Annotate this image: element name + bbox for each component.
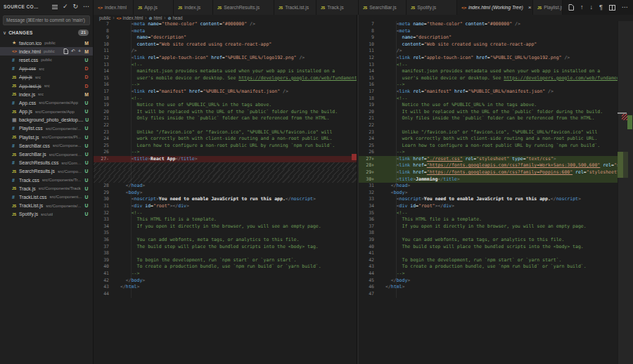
tab-searchresults-js[interactable]: JSSearchResults.js: [213, 0, 274, 15]
open-file-icon[interactable]: [568, 4, 574, 11]
code-line[interactable]: 13 <!--: [359, 62, 618, 69]
scm-file-row[interactable]: JSApp.jssrc/Components/AppU: [0, 108, 93, 116]
code-line[interactable]: 47: [359, 291, 618, 298]
code-line[interactable]: 39 To begin the development, run `npm st…: [94, 257, 357, 264]
code-line[interactable]: 10 content="Web site created using creat…: [359, 41, 618, 48]
code-line[interactable]: 7 <meta name="theme-color" content="#000…: [359, 21, 618, 28]
code-line[interactable]: 21 Only files inside the `public` folder…: [94, 115, 357, 122]
code-line[interactable]: 12 <link rel="apple-touch-icon" href="%P…: [94, 55, 357, 62]
tab-index-html-working-tree-[interactable]: <>index.html (Working Tree)×: [457, 0, 533, 15]
code-line[interactable]: 18 <!--: [94, 96, 357, 103]
code-line[interactable]: 29 <body>: [94, 190, 357, 197]
tab-tracklist-js[interactable]: JSTrackList.js: [274, 0, 316, 15]
code-line[interactable]: 26 -->: [94, 149, 357, 156]
scm-file-row[interactable]: #App.csssrc/Components/AppU: [0, 98, 93, 107]
code-line[interactable]: 18 <!--: [359, 96, 618, 103]
breadcrumb-item-head[interactable]: ⊘head: [167, 15, 182, 20]
code-line[interactable]: 34 <div id="root"></div>: [359, 203, 618, 210]
code-line[interactable]: 33 <noscript>You need to enable JavaScri…: [359, 196, 618, 203]
code-line[interactable]: 11 />: [94, 48, 357, 55]
code-line[interactable]: 11 />: [359, 48, 618, 55]
code-line[interactable]: 40 To create a production bundle, use `n…: [94, 264, 357, 271]
code-line[interactable]: 41 -->: [94, 271, 357, 278]
previous-change-icon[interactable]: ↑: [580, 4, 584, 11]
code-line[interactable]: 27+ <link href="./reset.css" rel="styles…: [359, 156, 618, 163]
code-line[interactable]: 43 To create a production bundle, use `n…: [359, 264, 618, 271]
tab-track-js[interactable]: JSTrack.js: [316, 0, 359, 15]
breadcrumb-item-index-html[interactable]: <>index.html: [117, 15, 143, 20]
code-line[interactable]: 8 <meta: [94, 28, 357, 35]
code-line[interactable]: 38: [94, 250, 357, 257]
more-actions-icon[interactable]: ⋯: [83, 4, 89, 10]
code-line[interactable]: 25 Learn how to configure a non-root pub…: [94, 143, 357, 150]
code-line[interactable]: 23 Unlike "/favicon.ico" or "favicon.ico…: [359, 129, 618, 136]
code-line[interactable]: 24 work correctly both with client-side …: [94, 136, 357, 143]
code-line[interactable]: 17 <link rel="manifest" href="%PUBLIC_UR…: [359, 89, 618, 96]
code-line[interactable]: 29+ <link href="https://fonts.googleapis…: [359, 169, 618, 176]
code-line[interactable]: 37 The build step will place the bundled…: [94, 244, 357, 251]
scm-file-row[interactable]: #TrackList.csssrc/Component...U: [0, 193, 93, 201]
commit-icon[interactable]: ✓: [63, 4, 68, 10]
code-line[interactable]: 12 <link rel="apple-touch-icon" href="%P…: [359, 55, 618, 62]
code-line[interactable]: 35 <!--: [359, 210, 618, 217]
scm-file-row[interactable]: JSSpotify.jssrc/utilU: [0, 210, 93, 219]
tab-searchbar-js[interactable]: JSSearchBar.js: [359, 0, 407, 15]
scm-file-row[interactable]: JSPlaylist.jssrc/Components/Pl...U: [0, 133, 93, 141]
code-line[interactable]: 41: [359, 250, 618, 257]
code-line[interactable]: 15 user's mobile device or desktop. See …: [94, 75, 357, 82]
code-line[interactable]: 24 work correctly both with client-side …: [359, 136, 618, 143]
scm-file-row[interactable]: ★favicon.icopublicM: [0, 39, 93, 47]
code-line[interactable]: 31 </head>: [359, 183, 618, 190]
breadcrumb-item-html[interactable]: ⊘html: [148, 15, 162, 20]
close-icon[interactable]: ×: [528, 4, 532, 11]
code-line[interactable]: 9 name="description": [359, 34, 618, 41]
code-line[interactable]: 25 Learn how to configure a non-root pub…: [359, 143, 618, 150]
code-line[interactable]: 22: [359, 122, 618, 129]
code-line[interactable]: 42 </body>: [94, 278, 357, 285]
scm-file-row[interactable]: JSindex.jssrcM: [0, 90, 93, 98]
scm-file-row[interactable]: #SearchResults.csssrc/Comp...U: [0, 159, 93, 167]
code-line[interactable]: 30+ <title>Jammming</title>: [359, 176, 618, 183]
stage-changes-icon[interactable]: +: [78, 48, 81, 55]
code-line[interactable]: 16 -->: [94, 82, 357, 89]
code-line[interactable]: 26 -->: [359, 149, 618, 156]
split-editor-icon[interactable]: [609, 5, 615, 11]
code-line[interactable]: 16 -->: [359, 82, 618, 89]
code-line[interactable]: 20 It will be replaced with the URL of t…: [359, 109, 618, 116]
code-line[interactable]: 46</html>: [359, 284, 618, 291]
code-line[interactable]: 27- <title>React App</title>: [94, 156, 357, 163]
code-line[interactable]: 39 You can add webfonts, meta tags, or a…: [359, 237, 618, 244]
code-line[interactable]: 34 If you open it directly in the browse…: [94, 223, 357, 230]
scm-file-row[interactable]: #App.csssrcD: [0, 65, 93, 73]
code-line[interactable]: 23 Unlike "/favicon.ico" or "favicon.ico…: [94, 129, 357, 136]
scm-file-row[interactable]: JSTrack.jssrc/Components/TrackU: [0, 184, 93, 193]
breadcrumb-item-public[interactable]: public: [99, 15, 110, 20]
scm-file-row[interactable]: JSTrackList.jssrc/Components/...U: [0, 202, 93, 210]
tab-playlist-js[interactable]: JSPlaylist.js: [533, 0, 563, 15]
code-line[interactable]: 45 </body>: [359, 278, 618, 285]
code-line[interactable]: 19 Notice the use of %PUBLIC_URL% in the…: [359, 102, 618, 109]
scm-file-row[interactable]: JSSearchBar.jssrc/Components...U: [0, 150, 93, 158]
code-line[interactable]: 36 This HTML file is a template.: [359, 216, 618, 223]
scm-file-row[interactable]: JSApp.jssrcD: [0, 73, 93, 82]
code-line[interactable]: 19 Notice the use of %PUBLIC_URL% in the…: [94, 102, 357, 109]
code-line[interactable]: 10 content="Web site created using creat…: [94, 41, 357, 48]
scm-file-row[interactable]: #SearchBar.csssrc/Compone...U: [0, 141, 93, 150]
code-line[interactable]: 43</html>: [94, 284, 357, 291]
code-line[interactable]: 44: [94, 291, 357, 298]
code-line[interactable]: 31 <div id="root"></div>: [94, 203, 357, 210]
code-line[interactable]: 7 <meta name="theme-color" content="#000…: [94, 21, 357, 28]
changes-section-header[interactable]: ∨ CHANGES 21: [0, 28, 93, 37]
code-line[interactable]: 35: [94, 230, 357, 237]
code-line[interactable]: 21 Only files inside the `public` folder…: [359, 115, 618, 122]
scm-file-row[interactable]: JSApp.test.jssrcD: [0, 82, 93, 90]
code-line[interactable]: 28 </head>: [94, 183, 357, 190]
commit-message-input[interactable]: Message (⌘Enter to commit on 'main'): [3, 15, 90, 25]
show-whitespace-icon[interactable]: ¶: [599, 4, 603, 11]
code-line[interactable]: 17 <link rel="manifest" href="%PUBLIC_UR…: [94, 89, 357, 96]
code-line[interactable]: 13 <!--: [94, 62, 357, 69]
discard-changes-icon[interactable]: ↶: [71, 48, 75, 55]
code-line[interactable]: 28+ <link href="https://fonts.googleapis…: [359, 162, 618, 169]
code-line[interactable]: 32 <body>: [359, 190, 618, 197]
code-line[interactable]: 9 name="description": [94, 34, 357, 41]
